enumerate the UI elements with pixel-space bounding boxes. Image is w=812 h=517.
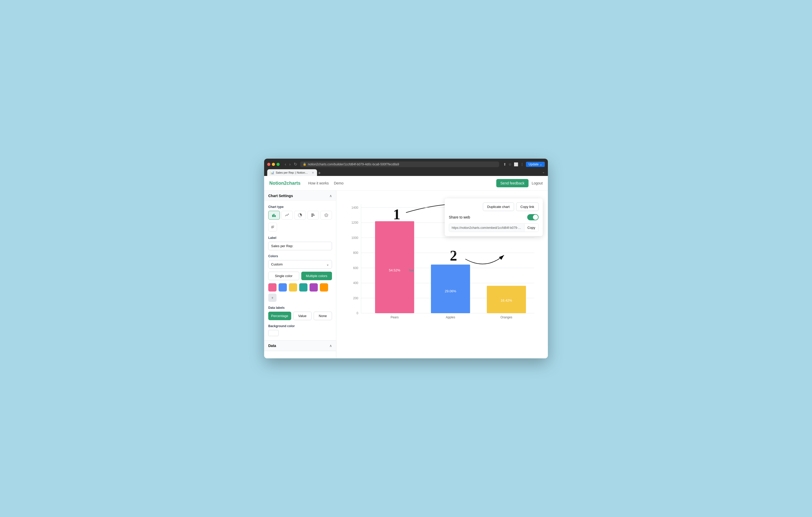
duplicate-chart-button[interactable]: Duplicate chart <box>483 203 514 211</box>
swatch-pink[interactable] <box>268 283 277 291</box>
forward-button[interactable]: › <box>288 161 291 167</box>
demo-link[interactable]: Demo <box>334 181 343 185</box>
share-toggle[interactable] <box>527 214 539 220</box>
chart-settings-section: Chart Settings ∧ Chart type <box>264 191 336 341</box>
svg-rect-6 <box>311 216 313 217</box>
svg-text:54.52%: 54.52% <box>389 268 401 272</box>
send-feedback-button[interactable]: Send feedback <box>496 179 528 187</box>
value-label-button[interactable]: Value <box>293 312 312 320</box>
share-label: Share to web <box>449 215 470 219</box>
tab-expand-icon: ⌄ <box>542 170 545 176</box>
chart-type-pie[interactable] <box>294 211 306 220</box>
logout-link[interactable]: Logout <box>532 181 543 185</box>
data-section-header[interactable]: Data ∧ <box>264 341 336 351</box>
chart-area: Duplicate chart Copy link Share to web h… <box>336 191 548 358</box>
traffic-lights <box>267 163 280 166</box>
single-color-button[interactable]: Single color <box>268 272 299 280</box>
chart-settings-title: Chart Settings <box>268 194 293 198</box>
more-icon[interactable]: ⋮ <box>520 162 524 166</box>
app-header: Notion2charts How it works Demo Send fee… <box>264 176 548 191</box>
add-swatch-button[interactable]: + <box>268 294 277 302</box>
svg-rect-5 <box>311 215 315 216</box>
chart-type-bar[interactable] <box>268 211 280 220</box>
svg-rect-4 <box>311 213 314 214</box>
multiple-colors-button[interactable]: Multiple colors <box>301 272 332 280</box>
swatch-purple[interactable] <box>310 283 318 291</box>
how-it-works-link[interactable]: How it works <box>308 181 329 185</box>
svg-text:800: 800 <box>353 251 358 255</box>
svg-text:600: 600 <box>353 266 358 270</box>
swatch-teal[interactable] <box>299 283 308 291</box>
extensions-icon[interactable]: ⬜ <box>514 162 518 166</box>
lock-icon: 🔒 <box>303 163 307 166</box>
bg-color-swatch[interactable] <box>268 330 279 336</box>
label-input[interactable] <box>268 242 332 250</box>
colors-dropdown[interactable]: Custom ⌄ <box>268 260 332 268</box>
tab-title: Sales per Rep: | Notion2Charts <box>276 171 309 174</box>
copy-link-button[interactable]: Copy link <box>516 203 539 211</box>
bar-pears <box>375 221 414 313</box>
minimize-button[interactable] <box>272 163 275 166</box>
chart-type-label: Chart type <box>268 205 332 209</box>
browser-window: ‹ › ↻ 🔒 notion2charts.com/builder/1ccfd8… <box>264 159 548 358</box>
app-content: Notion2charts How it works Demo Send fee… <box>264 176 548 358</box>
chart-type-scatter[interactable] <box>268 223 277 231</box>
svg-rect-1 <box>273 214 274 217</box>
data-section-title: Data <box>268 344 276 348</box>
address-bar[interactable]: 🔒 notion2charts.com/builder/1ccfd84f-b07… <box>300 162 499 167</box>
new-tab-button[interactable]: + <box>318 171 321 176</box>
tab-bar: 📊 Sales per Rep: | Notion2Charts ✕ + ⌄ <box>267 169 545 176</box>
chart-type-line[interactable] <box>282 211 293 220</box>
swatch-yellow[interactable] <box>289 283 297 291</box>
svg-text:0: 0 <box>356 311 358 315</box>
logo: Notion2charts <box>269 180 300 186</box>
popup-panel: Duplicate chart Copy link Share to web h… <box>445 198 543 236</box>
svg-text:Teal: Teal <box>409 269 414 272</box>
header-actions: Send feedback Logout <box>496 179 543 187</box>
embed-url-row: https://notion2charts.com/embed/1ccfd84f… <box>449 223 539 232</box>
none-label-button[interactable]: None <box>314 312 332 320</box>
svg-marker-7 <box>324 213 328 217</box>
share-icon[interactable]: ⬆ <box>503 162 506 166</box>
bookmark-icon[interactable]: ☆ <box>509 162 512 166</box>
back-button[interactable]: ‹ <box>284 161 287 167</box>
data-section: Data ∧ <box>264 341 336 351</box>
browser-chrome: ‹ › ↻ 🔒 notion2charts.com/builder/1ccfd8… <box>264 159 548 176</box>
svg-text:400: 400 <box>353 281 358 285</box>
percentage-label-button[interactable]: Percentage <box>268 312 291 320</box>
chart-type-horizontal-bar[interactable] <box>308 211 319 220</box>
dropdown-chevron-icon: ⌄ <box>326 262 329 266</box>
chart-settings-header[interactable]: Chart Settings ∧ <box>264 191 336 201</box>
svg-point-12 <box>273 227 274 228</box>
svg-text:Pears: Pears <box>390 316 399 319</box>
bg-color-label: Background color <box>268 324 332 328</box>
svg-point-14 <box>271 228 272 228</box>
chart-type-row2 <box>268 223 332 231</box>
chart-settings-body: Chart type <box>264 201 336 340</box>
data-chevron-up-icon: ∧ <box>329 344 332 348</box>
tab-close-icon[interactable]: ✕ <box>312 171 314 174</box>
chart-type-grid <box>268 211 332 220</box>
svg-text:1000: 1000 <box>352 236 358 240</box>
url-text: notion2charts.com/builder/1ccfd84f-b079-… <box>308 163 399 166</box>
svg-point-11 <box>271 226 272 227</box>
svg-text:Oranges: Oranges <box>500 316 512 319</box>
active-tab[interactable]: 📊 Sales per Rep: | Notion2Charts ✕ <box>267 169 317 176</box>
swatch-blue[interactable] <box>279 283 287 291</box>
chart-type-radar[interactable] <box>320 211 332 220</box>
copy-url-button[interactable]: Copy <box>524 224 538 232</box>
nav-buttons: ‹ › ↻ <box>284 161 298 167</box>
svg-text:29.06%: 29.06% <box>445 289 456 293</box>
main-nav: How it works Demo <box>308 181 344 185</box>
close-button[interactable] <box>267 163 270 166</box>
update-button[interactable]: Update ⌄ <box>526 162 545 167</box>
swatch-orange[interactable] <box>320 283 328 291</box>
svg-text:200: 200 <box>353 296 358 300</box>
svg-text:16.42%: 16.42% <box>501 298 512 303</box>
fullscreen-button[interactable] <box>277 163 280 166</box>
colors-label: Colors <box>268 254 332 258</box>
chevron-up-icon: ∧ <box>329 194 332 198</box>
svg-text:Apples: Apples <box>446 316 455 319</box>
svg-point-13 <box>273 226 274 227</box>
reload-button[interactable]: ↻ <box>293 161 298 167</box>
